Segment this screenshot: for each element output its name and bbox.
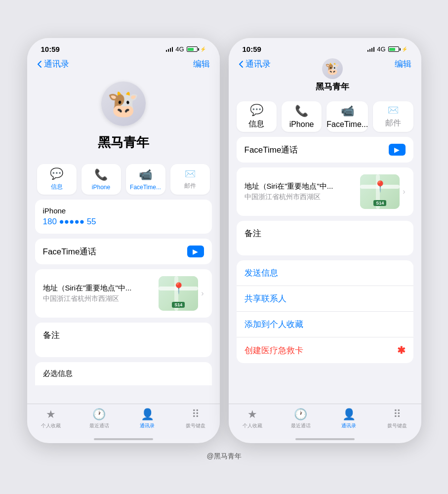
tab-contacts-right[interactable]: 👤 通讯录 <box>325 408 373 429</box>
message-btn-right[interactable]: 💬 信息 <box>237 101 277 132</box>
message-icon-left: 💬 <box>50 167 63 180</box>
facetime-card-left[interactable]: FaceTime通话 ▶ <box>35 239 212 264</box>
mail-btn-right: ✉️ 邮件 <box>373 101 413 132</box>
phone-number-card-left: iPhone 180 ●●●●● 55 <box>35 200 212 234</box>
tab-contacts-left[interactable]: 👤 通讯录 <box>123 408 172 429</box>
notes-label-right: 备注 <box>244 228 406 239</box>
asterisk-icon: ✱ <box>397 344 406 356</box>
map-pin-left: 📍 <box>172 282 185 295</box>
avatar-right: 🐮 <box>322 58 343 79</box>
add-favorites-link[interactable]: 添加到个人收藏 <box>237 312 413 337</box>
back-button-right[interactable]: 通讯录 <box>239 58 271 70</box>
map-badge-left: S14 <box>172 302 185 308</box>
time-left: 10:59 <box>41 45 60 53</box>
battery-icon-right <box>388 46 399 52</box>
map-subtitle-left: 中国浙江省杭州市西湖区 <box>43 294 154 303</box>
map-title-right: 地址（Siri在"重要地点"中... <box>244 182 356 191</box>
tab-favorites-label-left: 个人收藏 <box>41 422 61 429</box>
create-health-card-label: 创建医疗急救卡 <box>244 345 303 356</box>
phone-card-value-left[interactable]: 180 ●●●●● 55 <box>43 217 204 227</box>
map-badge-right: S14 <box>373 200 386 206</box>
facetime-btn-right[interactable]: 📹 FaceTime... <box>326 101 368 132</box>
edit-button-left[interactable]: 编辑 <box>193 58 210 70</box>
tab-recents-label-left: 最近通话 <box>89 422 109 429</box>
map-chevron-left: › <box>201 289 204 298</box>
tab-keypad-right[interactable]: ⠿ 拨号键盘 <box>373 408 421 429</box>
tab-recents-right[interactable]: 🕐 最近通话 <box>277 408 325 429</box>
home-bar-right <box>295 438 355 440</box>
message-icon-right: 💬 <box>250 104 263 117</box>
keypad-icon-right: ⠿ <box>393 408 401 421</box>
chevron-left-icon <box>37 60 42 68</box>
avatar-left: 🐮 <box>101 82 146 126</box>
map-subtitle-right: 中国浙江省杭州市西湖区 <box>244 193 356 202</box>
nav-bar-left: 通讯录 编辑 <box>27 56 220 74</box>
map-thumbnail-right: 📍 S14 <box>360 174 400 209</box>
facetime-video-icon-left: ▶ <box>187 246 204 257</box>
phone-btn-right[interactable]: 📞 iPhone <box>282 101 322 132</box>
tab-bar-right: ★ 个人收藏 🕐 最近通话 👤 通讯录 ⠿ 拨号键盘 <box>229 404 421 439</box>
partial-label-left: 必选信息 <box>43 369 204 378</box>
left-phone: 10:59 4G ⚡ <box>27 38 220 443</box>
address-card-right[interactable]: 地址（Siri在"重要地点"中... 中国浙江省杭州市西湖区 📍 S14 › <box>237 167 413 216</box>
phone-icon-left: 📞 <box>94 168 108 181</box>
map-thumbnail-left: 📍 S14 <box>159 276 198 311</box>
nav-contact-right: 🐮 黑马青年 <box>316 58 349 92</box>
mail-icon-right: ✉️ <box>388 105 399 116</box>
notes-card-right: 备注 <box>237 221 413 255</box>
notes-label-left: 备注 <box>43 329 204 341</box>
phones-container: 10:59 4G ⚡ <box>27 38 421 443</box>
watermark: @黑马青年 <box>206 452 241 461</box>
battery-lightning-right: ⚡ <box>402 46 407 52</box>
status-icons-right: 4G ⚡ <box>367 45 407 53</box>
mail-btn-left: ✉️ 邮件 <box>170 164 210 195</box>
edit-button-right[interactable]: 编辑 <box>395 58 411 70</box>
status-bar-left: 10:59 4G ⚡ <box>27 38 220 56</box>
facetime-label-right: FaceTime... <box>326 120 368 129</box>
facetime-label-left: FaceTime... <box>130 184 161 191</box>
facetime-card-label-left: FaceTime通话 <box>43 246 97 257</box>
avatar-emoji-left: 🐮 <box>107 89 139 119</box>
clock-icon-left: 🕐 <box>92 408 106 421</box>
facetime-card-right[interactable]: FaceTime通话 ▶ <box>237 137 413 163</box>
share-contact-label: 共享联系人 <box>244 294 286 303</box>
avatar-section-left: 🐮 黑马青年 <box>35 74 212 157</box>
mail-icon-left: ✉️ <box>185 168 196 179</box>
tab-favorites-right[interactable]: ★ 个人收藏 <box>229 408 277 429</box>
battery-fill-left <box>188 48 194 51</box>
star-icon-right: ★ <box>247 408 257 421</box>
facetime-icon-left: 📹 <box>139 168 152 181</box>
tab-recents-label-right: 最近通话 <box>291 422 311 429</box>
link-actions-right: 发送信息 共享联系人 添加到个人收藏 创建医疗急救卡 ✱ <box>237 260 413 363</box>
contacts-icon-right: 👤 <box>342 408 356 421</box>
address-card-left[interactable]: 地址（Siri在"重要地点"中... 中国浙江省杭州市西湖区 📍 S14 › <box>35 269 212 318</box>
message-label-right: 信息 <box>248 119 264 129</box>
partial-card-left: 必选信息 <box>35 362 212 385</box>
notes-card-left: 备注 <box>35 323 212 357</box>
network-type-left: 4G <box>175 45 184 53</box>
battery-icon-left <box>187 46 198 52</box>
tab-recents-left[interactable]: 🕐 最近通话 <box>75 408 123 429</box>
tab-contacts-label-left: 通讯录 <box>140 422 155 429</box>
content-right: 💬 信息 📞 iPhone 📹 FaceTime... ✉️ 邮件 <box>229 96 421 404</box>
back-label-left: 通讯录 <box>44 58 69 70</box>
message-btn-left[interactable]: 💬 信息 <box>37 164 77 195</box>
share-contact-link[interactable]: 共享联系人 <box>237 286 413 312</box>
tab-bar-left: ★ 个人收藏 🕐 最近通话 👤 通讯录 ⠿ 拨号键盘 <box>27 404 220 439</box>
back-button-left[interactable]: 通讯录 <box>37 58 69 70</box>
watermark-text: @黑马青年 <box>206 452 241 460</box>
tab-keypad-left[interactable]: ⠿ 拨号键盘 <box>171 408 220 429</box>
contacts-icon-left: 👤 <box>141 408 154 421</box>
facetime-card-label-right: FaceTime通话 <box>244 144 298 156</box>
mail-label-left: 邮件 <box>184 182 196 190</box>
send-message-link[interactable]: 发送信息 <box>237 260 413 286</box>
contact-name-right: 黑马青年 <box>316 81 349 92</box>
create-health-card-link[interactable]: 创建医疗急救卡 ✱ <box>237 337 413 363</box>
facetime-btn-left[interactable]: 📹 FaceTime... <box>126 164 165 195</box>
map-info-right: 地址（Siri在"重要地点"中... 中国浙江省杭州市西湖区 <box>244 182 356 202</box>
tab-keypad-label-left: 拨号键盘 <box>186 422 205 429</box>
phone-btn-left[interactable]: 📞 iPhone <box>81 164 121 195</box>
back-label-right: 通讯录 <box>245 58 271 70</box>
tab-favorites-left[interactable]: ★ 个人收藏 <box>27 408 76 429</box>
phone-label-right: iPhone <box>289 120 314 129</box>
